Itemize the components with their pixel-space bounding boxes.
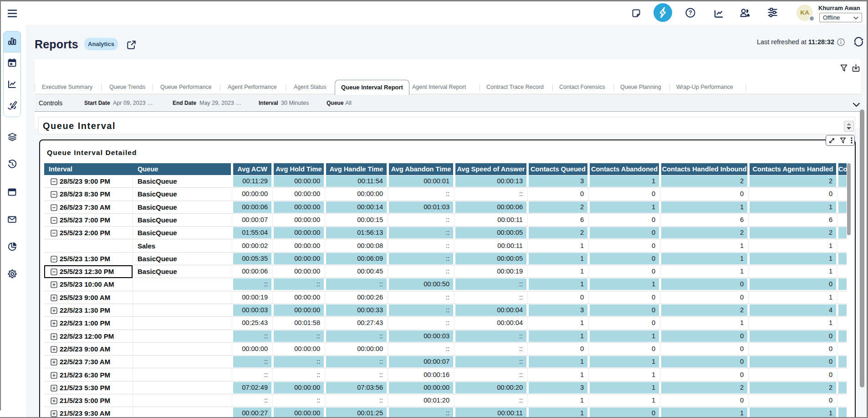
svg-text:?: ?	[689, 9, 692, 16]
